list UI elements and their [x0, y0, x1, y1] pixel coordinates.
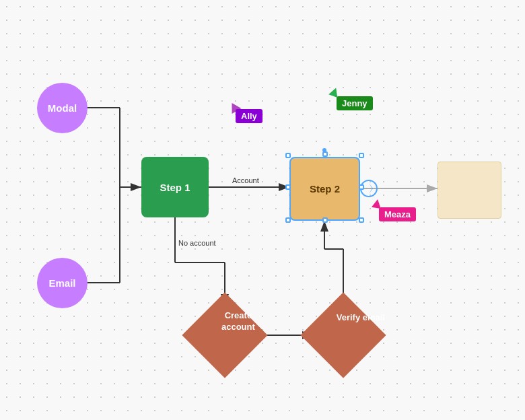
- handle-tm[interactable]: [322, 151, 328, 157]
- step2-dot: [322, 148, 326, 152]
- verify-email-node[interactable]: Verify email: [313, 305, 374, 365]
- handle-tr[interactable]: [359, 153, 364, 158]
- handle-bl[interactable]: [285, 217, 291, 223]
- email-node[interactable]: Email: [37, 258, 88, 308]
- step2-node[interactable]: Step 2: [289, 157, 360, 221]
- handle-br[interactable]: [359, 217, 364, 223]
- svg-marker-16: [369, 183, 373, 194]
- no-account-label: No account: [178, 239, 216, 247]
- handle-bm[interactable]: [322, 217, 328, 223]
- handle-mr[interactable]: [359, 184, 364, 190]
- handle-tl[interactable]: [285, 153, 291, 158]
- placeholder-rect[interactable]: [438, 162, 501, 219]
- jenny-badge: Jenny: [337, 96, 373, 110]
- modal-node[interactable]: Modal: [37, 83, 88, 133]
- account-label: Account: [232, 176, 259, 184]
- create-account-node[interactable]: Create account: [195, 305, 255, 365]
- meaza-badge: Meaza: [379, 207, 416, 221]
- handle-ml[interactable]: [285, 184, 291, 190]
- step1-node[interactable]: Step 1: [141, 157, 209, 217]
- ally-badge: Ally: [236, 109, 262, 123]
